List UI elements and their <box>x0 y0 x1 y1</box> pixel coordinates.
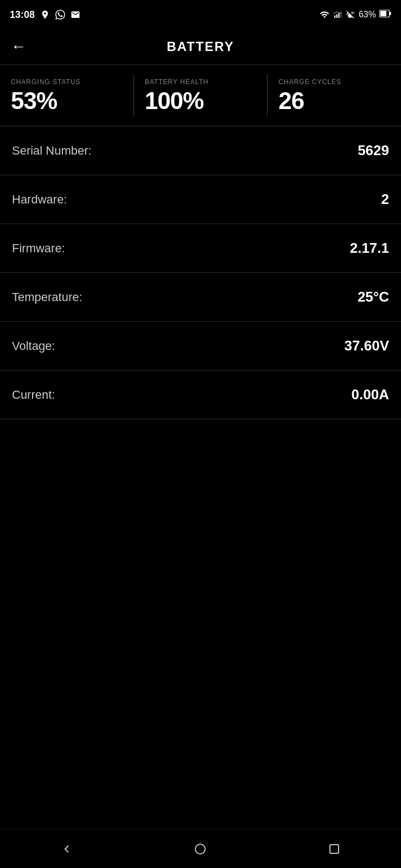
current-value: 0.00A <box>352 386 389 403</box>
voltage-label: Voltage: <box>12 339 55 353</box>
battery-icon <box>379 10 391 20</box>
status-time: 13:08 <box>10 9 35 21</box>
wifi-icon <box>320 10 329 20</box>
svg-rect-2 <box>338 13 339 18</box>
status-left: 13:08 <box>10 9 80 21</box>
no-signal-icon <box>346 10 355 20</box>
battery-health-value: 100% <box>145 89 257 113</box>
hardware-value: 2 <box>381 191 389 208</box>
charge-cycles-label: CHARGE CYCLES <box>278 78 390 86</box>
serial-number-value: 5629 <box>358 142 389 159</box>
hardware-label: Hardware: <box>12 193 67 207</box>
charge-cycles-cell: CHARGE CYCLES 26 <box>268 75 401 116</box>
current-row: Current: 0.00A <box>0 371 401 419</box>
svg-rect-1 <box>336 15 338 18</box>
serial-number-label: Serial Number: <box>12 144 92 158</box>
current-label: Current: <box>12 388 55 402</box>
charge-cycles-value: 26 <box>278 89 390 113</box>
firmware-row: Firmware: 2.17.1 <box>0 224 401 273</box>
temperature-value: 25°C <box>358 289 389 305</box>
voltage-row: Voltage: 37.60V <box>0 322 401 371</box>
svg-rect-6 <box>390 12 391 15</box>
hardware-row: Hardware: 2 <box>0 175 401 224</box>
details-section: Serial Number: 5629 Hardware: 2 Firmware… <box>0 126 401 419</box>
nav-recent-button[interactable] <box>318 838 351 860</box>
location-icon <box>40 10 50 20</box>
whatsapp-icon <box>55 10 65 20</box>
temperature-row: Temperature: 25°C <box>0 273 401 322</box>
email-icon <box>71 10 80 20</box>
battery-health-label: BATTERY HEALTH <box>145 78 257 86</box>
top-nav: ← BATTERY <box>0 28 401 65</box>
voltage-value: 37.60V <box>345 337 389 354</box>
status-right: 63% <box>320 10 391 20</box>
svg-rect-8 <box>330 845 339 853</box>
firmware-value: 2.17.1 <box>350 240 389 257</box>
status-bar: 13:08 <box>0 0 401 28</box>
svg-rect-0 <box>334 16 335 18</box>
nav-home-button[interactable] <box>184 838 217 860</box>
battery-health-cell: BATTERY HEALTH 100% <box>134 75 268 116</box>
charging-status-cell: CHARGING STATUS 53% <box>0 75 134 116</box>
battery-percent: 63% <box>359 10 376 20</box>
nav-back-button[interactable] <box>50 838 83 860</box>
svg-rect-5 <box>380 11 386 16</box>
serial-number-row: Serial Number: 5629 <box>0 126 401 175</box>
charging-status-value: 53% <box>11 89 123 113</box>
back-button[interactable]: ← <box>11 39 26 54</box>
svg-point-7 <box>195 844 205 854</box>
stats-row: CHARGING STATUS 53% BATTERY HEALTH 100% … <box>0 65 401 126</box>
signal-icon <box>333 10 342 20</box>
charging-status-label: CHARGING STATUS <box>11 78 123 86</box>
firmware-label: Firmware: <box>12 241 65 256</box>
page-title: BATTERY <box>37 39 364 54</box>
svg-rect-3 <box>340 12 341 18</box>
temperature-label: Temperature: <box>12 290 82 304</box>
bottom-nav <box>0 829 401 868</box>
